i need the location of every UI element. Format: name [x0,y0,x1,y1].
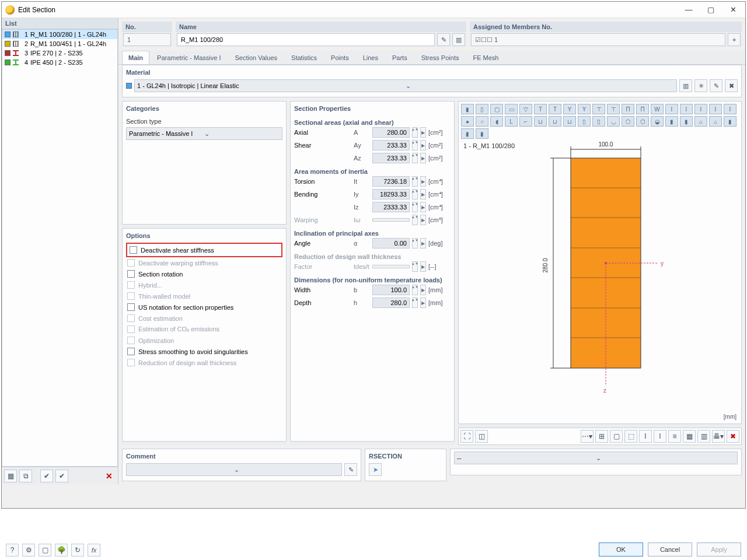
help-icon[interactable]: ? [6,544,19,556]
close-button[interactable]: ✕ [724,4,742,16]
list-item[interactable]: 2R_M1 100/451 | 1 - GL24h [2,39,117,48]
shape-icon[interactable]: T [549,104,561,114]
fx-icon[interactable]: fx [88,544,100,556]
tab-stress-points[interactable]: Stress Points [415,51,466,64]
shape-icon[interactable]: ⌂ [694,116,707,127]
list-item[interactable]: 4IPE 450 | 2 - S235 [2,58,117,67]
tree-icon[interactable]: 🌳 [55,544,68,556]
cancel-button[interactable]: Cancel [648,542,692,556]
view-tool[interactable]: ▦ [683,430,696,443]
view-tool[interactable]: ⋯▾ [581,430,594,443]
shape-icon[interactable]: L [505,116,518,127]
material-lib-icon[interactable]: ▥ [679,79,692,92]
shape-icon[interactable]: ▮ [680,116,693,127]
tab-parts[interactable]: Parts [386,51,414,64]
shape-icon[interactable]: I [709,104,722,114]
shape-icon[interactable]: I [665,104,678,114]
shape-icon[interactable]: W [651,104,664,114]
shape-icon[interactable]: ○ [476,116,488,127]
option-stress-smoothing-to-avoid-singularities[interactable]: Stress smoothing to avoid singularities [126,346,282,357]
refresh-icon[interactable]: ↻ [71,544,84,556]
shape-icon[interactable]: T [534,104,547,114]
view-tool[interactable]: ⊞ [595,430,608,443]
assigned-field[interactable] [471,33,725,46]
check-button[interactable]: ✔ [40,470,53,482]
view-tool[interactable]: ▢ [610,430,623,443]
new-button[interactable]: ▦ [4,470,17,482]
view-btn1[interactable]: ⛶ [460,430,473,443]
library-icon[interactable]: ▥ [452,33,465,46]
tab-points[interactable]: Points [324,51,355,64]
shape-icon[interactable]: ▯ [578,116,591,127]
shape-icon[interactable]: Π [622,104,634,114]
shape-icon[interactable]: ◒ [651,116,664,127]
material-del-icon[interactable]: ✖ [725,79,738,92]
shape-icon[interactable]: ▯ [476,104,488,114]
shape-icon[interactable]: ⊤ [592,104,605,114]
minimize-button[interactable]: — [680,4,697,16]
units-icon[interactable]: ⚙ [22,544,35,556]
material-new-icon[interactable]: ✳ [694,79,707,92]
shape-icon[interactable]: ▭ [505,104,518,114]
name-field[interactable] [177,33,435,46]
rsection-icon[interactable]: ➤ [369,463,382,476]
shape-icon[interactable]: ⊤ [607,104,620,114]
tab-section-values[interactable]: Section Values [228,51,284,64]
section-type-dropdown[interactable]: Parametric - Massive I ⌄ [126,127,282,140]
maximize-button[interactable]: ▢ [702,4,720,16]
shape-icon[interactable]: I [694,104,707,114]
view-tool[interactable]: I [654,430,666,443]
pick-members-icon[interactable]: ⌖ [728,33,741,46]
view-tool[interactable]: ⬚ [624,430,637,443]
tab-fe-mesh[interactable]: FE Mesh [466,51,505,64]
info-dropdown[interactable]: --⌄ [454,452,738,464]
comment-field[interactable]: ⌄ [126,463,342,476]
shape-icon[interactable]: ⊔ [534,116,547,127]
material-edit-icon[interactable]: ✎ [710,79,722,92]
check2-button[interactable]: ✔ [55,470,68,482]
view-tool[interactable]: ✖ [727,430,739,443]
view-tool[interactable]: I [639,430,652,443]
comment-edit-icon[interactable]: ✎ [344,463,357,476]
shape-icon[interactable]: ● [461,116,474,127]
copy-button[interactable]: ⧉ [19,470,32,482]
shape-icon[interactable]: Y [563,104,576,114]
shape-icon[interactable]: I [724,104,736,114]
option-us-notation-for-section-properties[interactable]: US notation for section properties [126,302,282,313]
shape-icon[interactable]: ⊔ [563,116,576,127]
tab-statistics[interactable]: Statistics [285,51,323,64]
shape-icon[interactable]: ◖ [490,116,503,127]
edit-name-icon[interactable]: ✎ [437,33,450,46]
shape-icon[interactable]: ◡ [607,116,620,127]
shape-icon[interactable]: ⌐ [519,116,532,127]
tab-main[interactable]: Main [122,51,149,64]
view-btn2[interactable]: ◫ [475,430,488,443]
shape-icon[interactable]: ▮ [461,128,474,139]
view-icon[interactable]: ▢ [39,544,51,556]
view-tool[interactable]: ▥ [697,430,710,443]
shape-icon[interactable]: ▢ [490,104,503,114]
tab-lines[interactable]: Lines [357,51,385,64]
shape-icon[interactable]: ▽ [519,104,532,114]
shape-icon[interactable]: Π [636,104,649,114]
shape-icon[interactable]: ▮ [724,116,736,127]
option-deactivate-shear-stiffness[interactable]: Deactivate shear stiffness [128,244,280,256]
shape-icon[interactable]: ▯ [592,116,605,127]
shape-icon[interactable]: ▮ [461,104,474,114]
shape-icon[interactable]: ▮ [665,116,678,127]
list-item[interactable]: 1R_M1 100/280 | 1 - GL24h [2,30,117,39]
no-field[interactable] [123,33,171,46]
material-dropdown[interactable]: 1 - GL24h | Isotropic | Linear Elastic ⌄ [134,79,677,92]
delete-button[interactable]: ✕ [103,470,116,482]
shape-icon[interactable]: Y [578,104,591,114]
tab-parametric-massive-i[interactable]: Parametric - Massive I [151,51,227,64]
shape-icon[interactable]: ▮ [476,128,488,139]
view-tool[interactable]: 🖶▾ [712,430,725,443]
shape-icon[interactable]: ⌂ [709,116,722,127]
apply-button[interactable]: Apply [697,542,741,556]
option-section-rotation[interactable]: Section rotation [126,268,282,279]
shape-icon[interactable]: I [680,104,693,114]
section-list[interactable]: 1R_M1 100/280 | 1 - GL24h2R_M1 100/451 |… [2,29,118,467]
list-item[interactable]: 3IPE 270 | 2 - S235 [2,48,117,58]
view-tool[interactable]: ≡ [668,430,681,443]
